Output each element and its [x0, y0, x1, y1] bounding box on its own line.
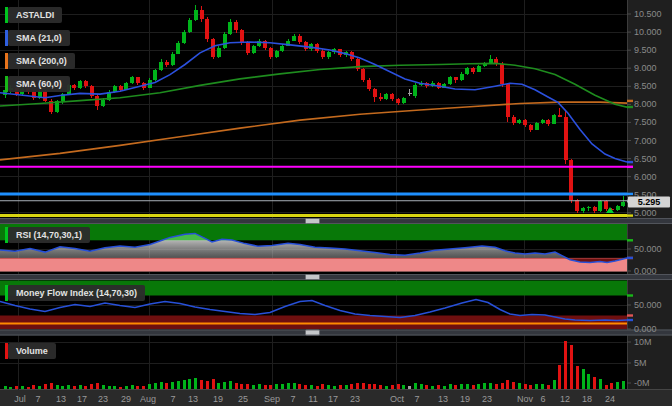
- price-axis-label: 8.000: [634, 99, 657, 109]
- chart-window: 10.50010.0009.5009.0008.5008.0007.5007.0…: [0, 0, 672, 406]
- rsi-legend[interactable]: RSI (14,70,30,1): [5, 227, 90, 243]
- time-axis-label: 23: [98, 394, 108, 404]
- time-axis-label: 13: [56, 394, 66, 404]
- price-axis-label: 5.000: [634, 208, 657, 218]
- time-axis-label: 7: [414, 394, 419, 404]
- price-axis-label: 10M: [634, 337, 652, 347]
- time-axis-label: 24: [605, 394, 615, 404]
- time-axis-label: 17: [77, 394, 87, 404]
- sma60-label: SMA (60,0): [8, 76, 70, 92]
- panel-resize-handle[interactable]: [306, 275, 320, 280]
- time-axis-label: 18: [582, 394, 592, 404]
- panel-resize-handle[interactable]: [306, 219, 320, 224]
- time-axis-label: 19: [460, 394, 470, 404]
- time-axis-labels: Jul713172329Aug7131925Sep7111723Oct71319…: [14, 394, 615, 404]
- mfi-label: Money Flow Index (14,70,30): [8, 285, 145, 301]
- price-axis-label: 10.500: [634, 9, 662, 19]
- mfi-legend[interactable]: Money Flow Index (14,70,30): [5, 285, 145, 301]
- panel-resize-handle[interactable]: [306, 330, 320, 335]
- time-axis-label: 13: [438, 394, 448, 404]
- time-axis-label: Sep: [264, 394, 280, 404]
- price-axis-label: 0.000: [634, 324, 657, 334]
- symbol-legend[interactable]: ASTALDI: [5, 7, 62, 23]
- time-axis-label: 19: [213, 394, 223, 404]
- time-axis-label: 29: [121, 394, 131, 404]
- price-axis-label: 9.000: [634, 63, 657, 73]
- time-axis-label: Nov: [517, 394, 534, 404]
- time-axis-label: 23: [350, 394, 360, 404]
- rsi-label: RSI (14,70,30,1): [8, 227, 90, 243]
- price-axis-label: 7.000: [634, 136, 657, 146]
- time-axis-label: 23: [482, 394, 492, 404]
- price-axis-label: 7.500: [634, 117, 657, 127]
- overlay-legend-sma21[interactable]: SMA (21,0): [5, 30, 70, 46]
- time-axis-label: Jul: [14, 394, 26, 404]
- price-axis-label: 50.000: [634, 244, 662, 254]
- last-price-label: 5.295: [627, 197, 670, 208]
- price-axis-label: -0M: [634, 378, 650, 388]
- price-axis-label: 5M: [634, 358, 647, 368]
- chart-bg: [0, 0, 672, 406]
- time-axis-label: 11: [308, 394, 317, 404]
- sma21-label: SMA (21,0): [8, 30, 70, 46]
- time-axis-label: Aug: [140, 394, 156, 404]
- time-axis-label: 7: [35, 394, 40, 404]
- panel-separator[interactable]: [0, 218, 672, 224]
- svg-text:5.295: 5.295: [638, 197, 661, 207]
- time-axis-label: 25: [238, 394, 248, 404]
- time-axis-label: Oct: [390, 394, 405, 404]
- volume-label: Volume: [8, 343, 56, 359]
- price-axis-label: 0.000: [634, 266, 657, 276]
- price-axis-label: 50.000: [634, 300, 662, 310]
- chart-canvas[interactable]: 10.50010.0009.5009.0008.5008.0007.5007.0…: [0, 0, 672, 406]
- price-axis-label: 8.500: [634, 81, 657, 91]
- overlay-legend-sma60[interactable]: SMA (60,0): [5, 76, 70, 92]
- symbol-label: ASTALDI: [8, 7, 62, 23]
- price-axis-label: 6.000: [634, 172, 657, 182]
- sma200-label: SMA (200,0): [8, 53, 75, 69]
- volume-legend[interactable]: Volume: [5, 343, 56, 359]
- time-axis-label: 12: [560, 394, 570, 404]
- panel-separator[interactable]: [0, 274, 672, 280]
- price-axis-label: 9.500: [634, 45, 657, 55]
- panel-separator[interactable]: [0, 330, 672, 336]
- time-axis-label: 7: [290, 394, 295, 404]
- overlay-legend-sma200[interactable]: SMA (200,0): [5, 53, 75, 69]
- time-axis-label: 17: [328, 394, 338, 404]
- price-axis-label: 6.500: [634, 154, 657, 164]
- time-axis-label: 13: [188, 394, 198, 404]
- time-axis-label: 7: [170, 394, 175, 404]
- price-axis-label: 10.000: [634, 27, 662, 37]
- time-axis-label: 6: [540, 394, 545, 404]
